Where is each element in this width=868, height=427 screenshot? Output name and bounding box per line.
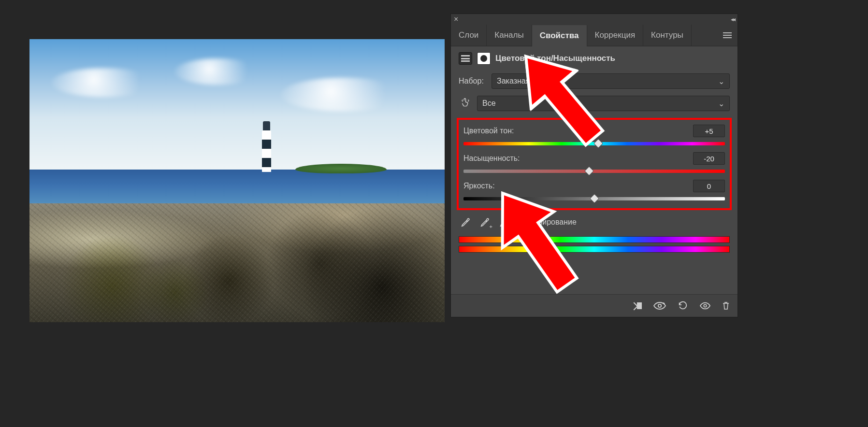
preset-value: Заказная: [497, 77, 530, 85]
adjustment-type-icon[interactable]: [459, 52, 472, 65]
targeted-adjustment-icon[interactable]: [459, 97, 472, 110]
delete-icon[interactable]: [722, 301, 730, 310]
panel-footer: [451, 294, 738, 317]
adjustment-title: Цветовой тон/Насыщенность: [495, 54, 615, 63]
tab-layers[interactable]: Слои: [451, 25, 487, 46]
layer-mask-icon[interactable]: [477, 52, 491, 65]
saturation-value-input[interactable]: [693, 152, 725, 165]
collapse-icon[interactable]: ◂◂: [731, 16, 735, 23]
preset-label: Набор:: [459, 77, 487, 85]
colorize-checkbox[interactable]: Тонирование: [519, 218, 577, 227]
lightness-track[interactable]: [463, 197, 725, 200]
close-icon[interactable]: ×: [454, 15, 458, 23]
hue-slider: Цветовой тон:: [463, 125, 725, 145]
checkbox-box: [519, 219, 526, 226]
panel-titlebar: × ◂◂: [451, 14, 738, 25]
saturation-thumb[interactable]: [584, 166, 594, 176]
panel-tabs: Слои Каналы Свойства Коррекция Контуры: [451, 25, 738, 46]
chevron-down-icon: ⌄: [718, 99, 724, 108]
hue-label: Цветовой тон:: [463, 127, 514, 135]
panel-menu-icon[interactable]: [717, 25, 738, 46]
saturation-slider: Насыщенность:: [463, 152, 725, 173]
saturation-label: Насыщенность:: [463, 154, 520, 163]
edit-value: Все: [482, 99, 496, 108]
hue-thumb[interactable]: [593, 139, 603, 148]
lightness-label: Яркость:: [463, 182, 495, 190]
image-preview: [29, 39, 445, 322]
clip-to-layer-icon[interactable]: [631, 301, 642, 310]
saturation-track[interactable]: [463, 170, 725, 173]
svg-point-0: [658, 304, 661, 307]
eyedropper-add-icon[interactable]: +: [480, 217, 491, 228]
spectrum-before: [459, 236, 730, 243]
tab-paths[interactable]: Контуры: [643, 25, 692, 46]
lightness-thumb[interactable]: [590, 194, 599, 203]
colorize-label: Тонирование: [530, 218, 577, 227]
lightness-slider: Яркость:: [463, 180, 725, 200]
svg-point-1: [704, 304, 707, 307]
edit-dropdown[interactable]: Все ⌄: [477, 96, 730, 111]
chevron-down-icon: ⌄: [718, 77, 724, 86]
view-previous-icon[interactable]: [653, 301, 666, 310]
tab-channels[interactable]: Каналы: [487, 25, 532, 46]
eyedropper-subtract-icon[interactable]: −: [499, 217, 510, 228]
hue-value-input[interactable]: [693, 125, 725, 137]
properties-panel: × ◂◂ Слои Каналы Свойства Коррекция Конт…: [450, 14, 738, 317]
lightness-value-input[interactable]: [693, 180, 725, 192]
tab-properties[interactable]: Свойства: [532, 25, 587, 46]
visibility-icon[interactable]: [700, 302, 710, 310]
document-canvas[interactable]: [29, 39, 445, 322]
eyedropper-icon[interactable]: [461, 217, 471, 228]
hue-track[interactable]: [463, 142, 725, 145]
preset-dropdown[interactable]: Заказная ⌄: [492, 73, 730, 89]
highlight-box: Цветовой тон: Насыщенность: Яркость:: [457, 118, 732, 210]
tab-adjustments[interactable]: Коррекция: [587, 25, 644, 46]
reset-icon[interactable]: [678, 300, 688, 311]
spectrum-after: [459, 246, 730, 253]
